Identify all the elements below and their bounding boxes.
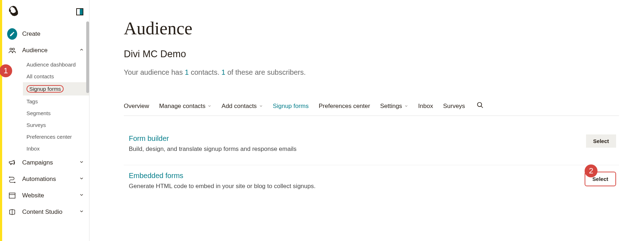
sidebar-nav: Create Audience Audience dashboard All c… — [2, 24, 89, 241]
tab-add-contacts[interactable]: Add contacts — [221, 103, 263, 110]
panel-toggle-icon[interactable] — [76, 8, 83, 15]
audience-stats: Your audience has 1 contacts. 1 of these… — [124, 68, 619, 77]
sidebar-item-campaigns[interactable]: Campaigns — [2, 154, 89, 171]
content-studio-icon — [7, 207, 17, 217]
create-label: Create — [22, 30, 84, 38]
website-icon — [7, 191, 17, 201]
chevron-down-icon — [208, 103, 211, 110]
stats-mid: contacts. — [189, 68, 221, 76]
website-label: Website — [22, 192, 74, 199]
campaigns-label: Campaigns — [22, 159, 74, 166]
audience-icon — [7, 45, 17, 55]
tab-manage-contacts[interactable]: Manage contacts — [159, 103, 211, 110]
megaphone-icon — [7, 158, 17, 168]
svg-point-7 — [477, 103, 482, 107]
audience-tabs: Overview Manage contacts Add contacts Si… — [124, 102, 619, 116]
embedded-forms-text: Embedded forms Generate HTML code to emb… — [129, 172, 316, 190]
chevron-down-icon — [259, 103, 263, 110]
sidebar-item-segments[interactable]: Segments — [23, 107, 89, 119]
form-builder-select-button[interactable]: Select — [586, 134, 616, 148]
tab-manage-label: Manage contacts — [159, 103, 205, 110]
scrollbar[interactable] — [86, 21, 89, 93]
form-builder-title[interactable]: Form builder — [129, 134, 297, 143]
forms-list: Form builder Build, design, and translat… — [124, 128, 619, 202]
subscriber-count: 1 — [221, 68, 225, 76]
tab-surveys[interactable]: Surveys — [443, 103, 465, 110]
chevron-down-icon — [79, 159, 84, 166]
audience-name: Divi MC Demo — [124, 49, 619, 60]
tab-settings-label: Settings — [380, 103, 402, 110]
tab-add-label: Add contacts — [221, 103, 257, 110]
svg-rect-4 — [9, 193, 15, 198]
audience-subnav: Audience dashboard All contacts Signup f… — [2, 59, 89, 154]
tab-search[interactable] — [477, 102, 484, 110]
annotation-badge-2: 2 — [585, 164, 597, 177]
chevron-down-icon — [79, 209, 84, 215]
form-builder-desc: Build, design, and translate signup form… — [129, 146, 297, 153]
tab-signup-forms[interactable]: Signup forms — [273, 103, 309, 110]
embedded-forms-desc: Generate HTML code to embed in your site… — [129, 183, 316, 190]
content-studio-label: Content Studio — [22, 208, 74, 216]
page-title: Audience — [124, 18, 619, 39]
stats-suffix: of these are subscribers. — [225, 68, 306, 76]
audience-label: Audience — [22, 47, 74, 54]
pencil-icon — [7, 28, 17, 40]
sidebar-item-preferences-center[interactable]: Preferences center — [23, 131, 89, 143]
sidebar-item-surveys[interactable]: Surveys — [23, 119, 89, 131]
chevron-down-icon — [79, 192, 84, 199]
create-button[interactable]: Create — [2, 26, 89, 42]
tab-settings[interactable]: Settings — [380, 103, 408, 110]
automations-icon — [7, 174, 17, 184]
sidebar-item-automations[interactable]: Automations — [2, 171, 89, 187]
tab-overview[interactable]: Overview — [124, 103, 149, 110]
embedded-forms-title[interactable]: Embedded forms — [129, 172, 316, 180]
form-builder-text: Form builder Build, design, and translat… — [129, 134, 297, 153]
sidebar-item-signup-forms[interactable]: Signup forms — [23, 82, 89, 95]
sidebar-item-audience-dashboard[interactable]: Audience dashboard — [23, 59, 89, 70]
svg-point-1 — [13, 48, 14, 50]
svg-point-0 — [10, 48, 12, 50]
sidebar-item-all-contacts[interactable]: All contacts — [23, 70, 89, 82]
sidebar: Create Audience Audience dashboard All c… — [2, 0, 89, 241]
form-builder-row: Form builder Build, design, and translat… — [124, 128, 619, 165]
chevron-down-icon — [404, 103, 408, 110]
main-content: 2 Audience Divi MC Demo Your audience ha… — [89, 0, 644, 241]
sidebar-header — [2, 0, 89, 24]
svg-line-8 — [481, 106, 483, 108]
chevron-up-icon — [79, 47, 84, 54]
signup-forms-highlight: Signup forms — [26, 85, 64, 93]
search-icon — [477, 102, 484, 110]
sidebar-item-tags[interactable]: Tags — [23, 95, 89, 107]
sidebar-item-content-studio[interactable]: Content Studio — [2, 204, 89, 220]
contact-count: 1 — [185, 68, 189, 76]
mailchimp-logo-icon — [7, 5, 19, 19]
tab-inbox[interactable]: Inbox — [418, 103, 433, 110]
embedded-forms-row: Embedded forms Generate HTML code to emb… — [124, 165, 619, 202]
sidebar-item-inbox[interactable]: Inbox — [23, 143, 89, 154]
sidebar-item-audience[interactable]: Audience — [2, 42, 89, 59]
stats-prefix: Your audience has — [124, 68, 185, 76]
sidebar-item-website[interactable]: Website — [2, 187, 89, 204]
automations-label: Automations — [22, 176, 74, 183]
app-root: Create Audience Audience dashboard All c… — [2, 0, 644, 241]
tab-preferences-center[interactable]: Preferences center — [319, 103, 370, 110]
chevron-down-icon — [79, 176, 84, 182]
